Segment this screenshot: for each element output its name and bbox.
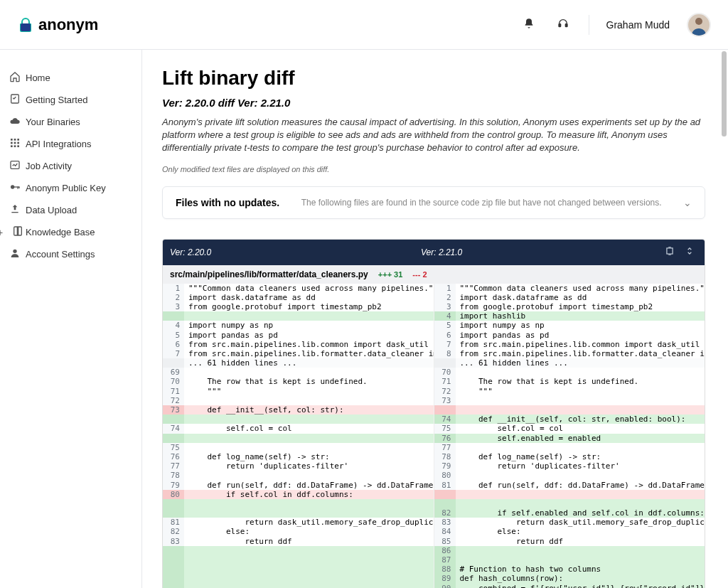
diff-row: 6import pandas as pd [434,331,705,340]
diff-row: 72 """ [434,387,705,396]
diff-row: 71 """ [163,387,434,396]
diff-row: - [163,311,434,321]
diff-row: 87 [434,555,705,565]
note-text: Only modified text files are displayed o… [162,165,705,173]
diff-row: - [163,584,434,588]
diff-row: 73 def __init__(self, col: str): [163,405,434,415]
diff-left-pane: 1"""Common data cleaners used across man… [163,284,434,588]
diff-row: - [163,508,434,518]
logo[interactable]: anonym [17,16,98,34]
svg-rect-0 [21,23,31,31]
sidebar-item-api-integrations[interactable]: API Integrations [0,133,141,155]
deletions-stat: --- 2 [412,270,427,279]
sidebar-item-getting-started[interactable]: Getting Started [0,89,141,111]
diff-row: 89def hash_columns(row): [434,574,705,583]
diff-row: 82 if self.enabled and self.col in ddf.c… [434,508,705,518]
diff-row: 83 return ddf [163,537,434,546]
svg-rect-5 [11,139,13,141]
diff-row: 7from src.main.pipelines.lib.common impo… [434,340,705,349]
svg-rect-4 [11,95,19,103]
sidebar-item-label: Anonym Public Key [26,183,106,193]
diff-row: 1"""Common data cleaners used across man… [163,284,434,293]
diff-row: 3from google.protobuf import timestamp_p… [163,302,434,311]
svg-rect-17 [17,186,18,188]
sidebar-item-data-upload[interactable]: Data Upload [0,199,141,221]
home-icon [9,71,21,85]
diff-row: 82 else: [163,527,434,536]
diff-row: 83 return dask_util.memory_safe_drop_dup… [434,518,705,527]
card-subtitle: The following files are found in the sou… [279,198,683,208]
sidebar-item-your-binaries[interactable]: Your Binaries [0,111,141,133]
sidebar-item-home[interactable]: Home [0,67,141,89]
sidebar-item-label: Account Settings [26,249,95,260]
chevron-down-icon: ⌄ [683,197,692,208]
diff-row: - [163,574,434,583]
file-row: src/main/pipelines/lib/formatter/data_cl… [163,265,705,284]
svg-rect-19 [11,212,18,213]
sidebar-item-label: Your Binaries [26,117,80,127]
svg-rect-10 [17,142,19,144]
svg-rect-1 [559,23,561,26]
sidebar-item-label: Home [26,73,50,83]
sidebar-item-anonym-public-key[interactable]: Anonym Public Key [0,177,141,199]
page-title: Lift binary diff [162,67,705,90]
diff-row: 69 [163,368,434,377]
diff-row: 75 self.col = col [434,424,705,433]
sidebar-item-label: API Integrations [26,139,92,149]
diff-row: 74 self.col = col [163,424,434,433]
diff-row: 84 else: [434,527,705,536]
additions-stat: +++ 31 [378,270,403,279]
diff-row: 85 return ddf [434,537,705,546]
left-version-label: Ver: 2.20.0 [163,247,414,257]
diff-row: - [163,546,434,555]
diff-row: 7from src.main.pipelines.lib.formatter.d… [163,349,434,358]
svg-rect-21 [667,248,673,254]
diff-row: 4import hashlib [434,311,705,321]
bell-icon[interactable] [520,15,537,35]
svg-rect-8 [11,142,13,144]
diff-row: 70 The row that is kept is undefined. [163,377,434,386]
headset-icon[interactable] [555,15,572,35]
diff-row: 5import pandas as pd [163,331,434,340]
diff-row: - [434,405,705,415]
avatar[interactable] [687,13,711,37]
diff-row: 75 [163,443,434,452]
diff-row: - [163,434,434,443]
svg-rect-16 [14,186,19,187]
sidebar-item-knowledge-base[interactable]: +Knowledge Base [0,221,141,243]
diff-row: 76 def log_name(self) -> str: [163,452,434,461]
diff-header: Ver: 2.20.0 Ver: 2.21.0 [163,240,705,265]
sidebar-item-label: Data Upload [26,205,77,215]
main-content: Lift binary diff Ver: 2.20.0 diff Ver: 2… [142,50,728,588]
intro-text: Anonym's private lift solution measures … [162,116,705,155]
sidebar-item-account-settings[interactable]: Account Settings [0,243,141,265]
diff-row: 79 return 'duplicates-filter' [434,461,705,471]
diff-row: 90 combined = f'{row["user_id"]}_{row["r… [434,584,705,588]
sidebar-item-label: Knowledge Base [26,227,95,237]
diff-row: - [163,565,434,574]
sidebar: HomeGetting StartedYour BinariesAPI Inte… [0,50,142,588]
diff-row: - [434,490,705,499]
diff-row: 74 def __init__(self, col: str, enabled:… [434,415,705,424]
diff-row: 77 [434,443,705,452]
files-no-updates-card[interactable]: Files with no updates. The following fil… [162,186,705,219]
svg-rect-11 [11,145,13,147]
svg-rect-13 [17,145,19,147]
sidebar-item-job-activity[interactable]: Job Activity [0,155,141,177]
diff-row: 71 The row that is kept is undefined. [434,377,705,386]
svg-rect-9 [14,142,16,144]
user-name: Graham Mudd [606,19,670,31]
diff-row: ... 61 hidden lines ... [434,358,705,368]
diff-row: 86 [434,546,705,555]
checklist-icon [9,93,21,107]
scrollbar-thumb[interactable] [722,51,727,137]
diff-row: 73 [434,396,705,405]
svg-point-20 [13,250,16,253]
diff-row: 5import numpy as np [434,321,705,330]
grid-icon [9,137,21,151]
right-version-label: Ver: 2.21.0 [414,247,665,257]
expand-icon[interactable] [685,246,695,258]
diff-row: 80 [434,471,705,480]
lock-icon [17,16,34,33]
fullscreen-icon[interactable] [665,246,675,258]
